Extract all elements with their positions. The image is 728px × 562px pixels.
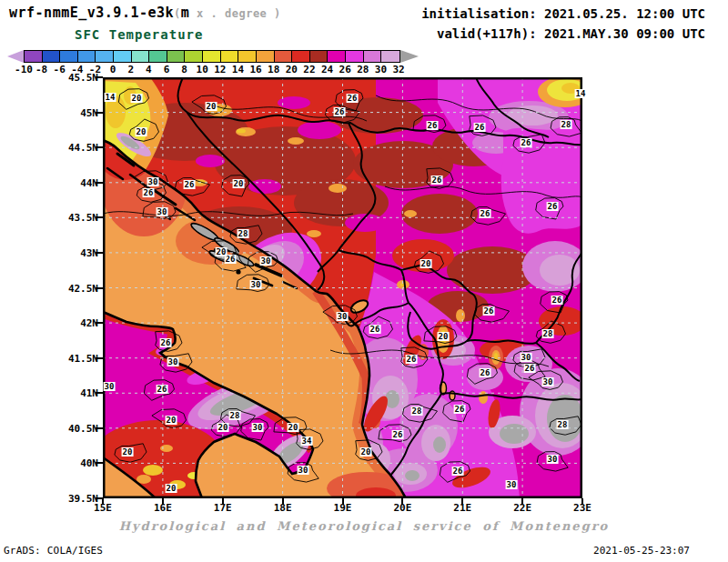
colorbar-segment <box>364 51 382 62</box>
contour-label: 20 <box>288 423 299 432</box>
contour-label: 30 <box>337 312 349 321</box>
run-info: initialisation: 2021.05.25. 12:00 UTC va… <box>421 4 705 44</box>
lat-label: 42.5N <box>47 283 98 295</box>
contour-label: 26 <box>369 325 381 334</box>
contour-label: 26 <box>483 306 495 316</box>
colorbar-tick-label: 30 <box>375 64 387 75</box>
lat-tick <box>96 322 103 324</box>
lat-tick <box>96 146 103 148</box>
contour-label: 20 <box>420 259 432 268</box>
contour-label: 26 <box>452 467 464 476</box>
contour-label: 28 <box>557 420 569 429</box>
grads-credit: GrADS: COLA/IGES <box>4 545 103 557</box>
lat-label: 43.5N <box>47 212 98 224</box>
lon-tick <box>222 498 224 505</box>
contour-label: 20 <box>360 447 372 457</box>
contour-label: 26 <box>392 430 404 439</box>
colorbar-segment <box>25 51 43 62</box>
contour-label: 30 <box>521 353 532 362</box>
colorbar-segment <box>328 51 346 62</box>
contour-label: 28 <box>542 329 554 338</box>
lat-tick <box>96 357 103 359</box>
contour-label: 20 <box>131 94 143 103</box>
contour-label: 30 <box>250 280 262 289</box>
contour-label-layer: 1420202026262626262814302626203026282630… <box>103 77 582 498</box>
colorbar-segment <box>346 51 364 62</box>
contour-label: 28 <box>561 120 572 129</box>
colorbar-segment <box>78 51 96 62</box>
lat-label: 41.5N <box>47 353 98 365</box>
contour-label: 26 <box>160 338 172 347</box>
colorbar-segment <box>221 51 239 62</box>
colorbar-tick-label: 10 <box>197 64 208 75</box>
colorbar-segment <box>96 51 114 62</box>
contour-label: 26 <box>474 123 486 132</box>
colorbar-tick-label: 32 <box>392 64 404 75</box>
lon-tick <box>102 498 104 505</box>
contour-label: 20 <box>216 247 228 256</box>
contour-label: 14 <box>105 93 116 102</box>
lat-tick <box>96 287 103 289</box>
contour-label: 26 <box>347 94 359 103</box>
service-credit: Hydrological and Meteorological service … <box>0 519 728 533</box>
lat-label: 40N <box>47 457 98 469</box>
lon-tick <box>521 498 523 505</box>
colorbar-tick-label: 18 <box>268 64 279 75</box>
colorbar-segment <box>60 51 78 62</box>
lon-tick <box>162 498 164 505</box>
colorbar-segment <box>114 51 132 62</box>
lat-label: 45.5N <box>47 72 98 84</box>
contour-label: 20 <box>233 179 245 188</box>
colorbar-segment <box>257 51 275 62</box>
colorbar-segment <box>167 51 186 62</box>
contour-label: 26 <box>521 138 532 147</box>
lat-tick <box>96 216 103 218</box>
contour-label: 30 <box>260 256 272 266</box>
contour-label: 20 <box>438 332 450 341</box>
contour-label: 28 <box>229 411 241 420</box>
contour-label: 14 <box>575 89 587 98</box>
model-name: wrf-nmmE_v3.9.1-e3k <box>9 5 174 21</box>
lat-tick <box>96 76 103 78</box>
model-title: wrf-nmmE_v3.9.1-e3k(m x . degree ) <box>9 5 281 21</box>
contour-label: 26 <box>547 202 559 211</box>
colorbar-segment <box>238 51 257 62</box>
colorbar-tick-label: 28 <box>357 64 369 75</box>
contour-label: 26 <box>524 364 536 373</box>
lat-tick <box>96 112 103 114</box>
units-note: x . degree ) <box>189 7 280 20</box>
colorbar-left-arrow <box>7 50 24 63</box>
lat-label: 45N <box>47 107 98 119</box>
colorbar-segment <box>381 51 399 62</box>
contour-label: 20 <box>217 423 229 432</box>
contour-label: 26 <box>406 355 418 364</box>
colorbar-tick-label: 24 <box>321 64 333 75</box>
contour-label: 30 <box>157 207 168 216</box>
colorbar-segment <box>310 51 329 62</box>
lat-label: 43N <box>47 247 98 259</box>
contour-label: 20 <box>166 416 177 425</box>
creation-timestamp: 2021-05-25-23:07 <box>593 545 690 557</box>
contour-label: 20 <box>122 447 134 457</box>
lat-tick <box>96 427 103 429</box>
colorbar-segment <box>185 51 203 62</box>
contour-label: 26 <box>551 296 563 305</box>
contour-label: 30 <box>104 382 116 391</box>
colorbar-segment <box>132 51 150 62</box>
colorbar-segment <box>43 51 61 62</box>
colorbar-segment <box>275 51 293 62</box>
contour-label: 26 <box>427 121 439 130</box>
contour-label: 26 <box>454 405 466 414</box>
contour-label: 34 <box>301 437 313 446</box>
contour-label: 28 <box>238 229 249 238</box>
lat-tick <box>96 392 103 394</box>
colorbar-tick-label: 12 <box>214 64 226 75</box>
colorbar-tick-label: 0 <box>110 64 116 75</box>
colorbar-right-arrow <box>400 50 419 63</box>
lat-label: 39.5N <box>47 493 98 505</box>
contour-label: 20 <box>206 102 217 111</box>
colorbar-tick-label: 20 <box>286 64 298 75</box>
contour-label: 30 <box>167 357 179 366</box>
lon-tick <box>581 498 583 505</box>
colorbar-tick-label: -10 <box>15 64 33 75</box>
